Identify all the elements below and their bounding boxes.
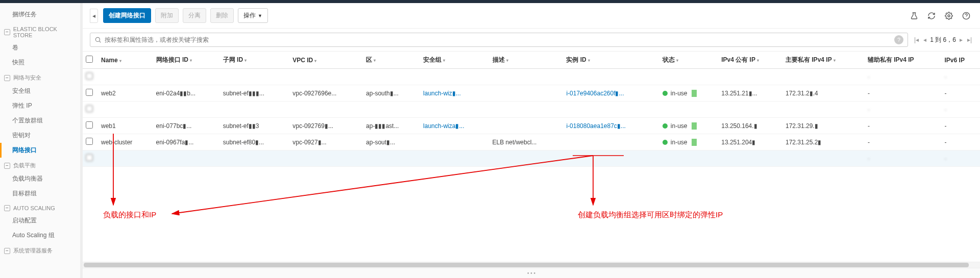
create-eni-button[interactable]: 创建网络接口 bbox=[103, 8, 151, 23]
row-checkbox[interactable] bbox=[86, 121, 93, 129]
collapse-icon: − bbox=[4, 29, 10, 35]
sidebar-item-launch-config[interactable]: 启动配置 bbox=[0, 213, 80, 228]
cell: launch-wiza▮... bbox=[420, 118, 489, 134]
col-instance-id[interactable]: 实例 ID▾ bbox=[563, 52, 659, 69]
table-row[interactable]: -- bbox=[83, 69, 980, 85]
search-input[interactable] bbox=[105, 36, 892, 43]
cell bbox=[659, 150, 718, 167]
col-name[interactable]: Name▾ bbox=[98, 52, 153, 69]
col-subnet-id[interactable]: 子网 ID▾ bbox=[220, 52, 290, 69]
sidebar-item-placement-groups[interactable]: 个置放群组 bbox=[0, 113, 80, 128]
col-zone[interactable]: 区▾ bbox=[363, 52, 420, 69]
status-bar-icon bbox=[692, 139, 697, 146]
actions-dropdown[interactable]: 操作▼ bbox=[238, 8, 268, 23]
col-eni-id[interactable]: 网络接口 ID▾ bbox=[153, 52, 220, 69]
col-ipv6[interactable]: IPv6 IP bbox=[942, 52, 980, 69]
sidebar-collapse-button[interactable]: ◂ bbox=[90, 9, 98, 23]
table-row[interactable]: web-clustereni-0967fa▮...subnet-ef80▮...… bbox=[83, 134, 980, 150]
annotation-left-text: 负载的接口和IP bbox=[103, 210, 156, 220]
col-description[interactable]: 描述▾ bbox=[489, 52, 564, 69]
cell: - bbox=[942, 85, 980, 102]
sg-link[interactable]: launch-wiza▮... bbox=[423, 122, 464, 130]
instance-link[interactable]: i-018080aea1e87c▮... bbox=[566, 122, 625, 130]
search-help-icon[interactable]: ? bbox=[894, 35, 903, 44]
row-checkbox[interactable] bbox=[86, 138, 93, 145]
sidebar-item-target-groups[interactable]: 目标群组 bbox=[0, 186, 80, 201]
cell bbox=[563, 150, 659, 167]
sidebar-group-load-balancing[interactable]: − 负载平衡 bbox=[0, 158, 80, 171]
cell: - bbox=[865, 134, 942, 150]
table-row[interactable]: web2eni-02a4▮▮b...subnet-ef▮▮▮...vpc-092… bbox=[83, 85, 980, 102]
col-ipv4-public[interactable]: IPv4 公有 IP▾ bbox=[718, 52, 782, 69]
detach-button[interactable]: 分离 bbox=[183, 8, 206, 23]
search-icon bbox=[94, 36, 102, 43]
sidebar-group-label: 负载平衡 bbox=[13, 162, 36, 169]
sidebar-group-label: AUTO SCALING bbox=[13, 205, 55, 211]
sidebar-item-auto-scaling-groups[interactable]: Auto Scaling 组 bbox=[0, 228, 80, 243]
cell bbox=[83, 69, 98, 85]
sidebar-group-label: ELASTIC BLOCK STORE bbox=[13, 26, 76, 38]
cell: - bbox=[942, 150, 980, 167]
row-checkbox[interactable] bbox=[86, 89, 93, 96]
sg-link[interactable]: launch-wiz▮... bbox=[423, 90, 461, 97]
col-status[interactable]: 状态▾ bbox=[659, 52, 718, 69]
cell: eni-02a4▮▮b... bbox=[153, 85, 220, 102]
help-icon[interactable] bbox=[960, 9, 973, 22]
sidebar-group-auto-scaling[interactable]: − AUTO SCALING bbox=[0, 201, 80, 213]
cell bbox=[289, 102, 363, 118]
pager-first-icon[interactable]: |◂ bbox=[913, 35, 920, 44]
eni-table: Name▾ 网络接口 ID▾ 子网 ID▾ VPC ID▾ 区▾ 安全组▾ 描述… bbox=[83, 52, 980, 167]
pager-prev-icon[interactable]: ◂ bbox=[922, 35, 927, 44]
instance-link[interactable]: i-017e9406ac260f▮... bbox=[566, 90, 624, 97]
col-ipv4-secondary[interactable]: 辅助私有 IPv4 IP bbox=[865, 52, 942, 69]
sidebar-group-ebs[interactable]: − ELASTIC BLOCK STORE bbox=[0, 22, 80, 40]
sidebar-group-network-security[interactable]: − 网络与安全 bbox=[0, 70, 80, 84]
sidebar-item-network-interfaces[interactable]: 网络接口 bbox=[0, 143, 80, 158]
pager-next-icon[interactable]: ▸ bbox=[959, 35, 964, 44]
sidebar-item-volumes[interactable]: 卷 bbox=[0, 40, 80, 55]
sidebar-item-load-balancers[interactable]: 负载均衡器 bbox=[0, 171, 80, 186]
table-row[interactable]: -- bbox=[83, 102, 980, 118]
cell: 13.250.164.▮ bbox=[718, 118, 782, 134]
attach-button[interactable]: 附加 bbox=[155, 8, 179, 23]
sidebar-item-key-pairs[interactable]: 密钥对 bbox=[0, 128, 80, 143]
cell bbox=[363, 102, 420, 118]
cell bbox=[782, 102, 865, 118]
annotation-right-text: 创建负载均衡组选择可用区时绑定的弹性IP bbox=[578, 210, 723, 220]
cell bbox=[420, 69, 489, 85]
sidebar-item-security-groups[interactable]: 安全组 bbox=[0, 84, 80, 98]
cell: 13.251.21▮... bbox=[718, 85, 782, 102]
row-checkbox[interactable] bbox=[86, 105, 93, 112]
gear-icon[interactable] bbox=[942, 9, 955, 22]
row-checkbox[interactable] bbox=[86, 154, 93, 161]
table-row[interactable]: -- bbox=[83, 150, 980, 167]
cell: web1 bbox=[98, 118, 153, 134]
row-checkbox[interactable] bbox=[86, 72, 93, 80]
sidebar-item-snapshots[interactable]: 快照 bbox=[0, 55, 80, 70]
cell: eni-077bc▮... bbox=[153, 118, 220, 134]
col-ipv4-private[interactable]: 主要私有 IPv4 IP▾ bbox=[782, 52, 865, 69]
cell: ELB net/webcl... bbox=[489, 134, 564, 150]
footer-resize-handle[interactable]: • • • bbox=[83, 268, 980, 278]
col-vpc-id[interactable]: VPC ID▾ bbox=[289, 52, 363, 69]
cell: i-017e9406ac260f▮... bbox=[563, 85, 659, 102]
col-security-group[interactable]: 安全组▾ bbox=[420, 52, 489, 69]
search-box[interactable]: ? bbox=[90, 33, 908, 47]
sidebar: 捆绑任务 − ELASTIC BLOCK STORE 卷 快照 − 网络与安全 … bbox=[0, 3, 81, 278]
sidebar-item-elastic-ips[interactable]: 弹性 IP bbox=[0, 98, 80, 113]
delete-button[interactable]: 删除 bbox=[210, 8, 234, 23]
experiment-icon[interactable] bbox=[908, 9, 921, 22]
horizontal-scrollbar[interactable] bbox=[83, 262, 980, 268]
pager-last-icon[interactable]: ▸| bbox=[966, 35, 973, 44]
table-row[interactable]: web1eni-077bc▮...subnet-ef▮▮3vpc-092769▮… bbox=[83, 118, 980, 134]
cell: vpc-0927696e... bbox=[289, 85, 363, 102]
svg-point-0 bbox=[948, 15, 950, 17]
collapse-icon: − bbox=[4, 248, 10, 254]
sidebar-group-systems-manager[interactable]: − 系统管理器服务 bbox=[0, 243, 80, 257]
select-all-checkbox[interactable] bbox=[86, 56, 93, 63]
sidebar-item-bundle-tasks[interactable]: 捆绑任务 bbox=[0, 7, 80, 22]
cell: launch-wiz▮... bbox=[420, 85, 489, 102]
refresh-icon[interactable] bbox=[925, 9, 938, 22]
main-content: ◂ 创建网络接口 附加 分离 删除 操作▼ ? |◂ ◂ 1 到 bbox=[83, 3, 980, 278]
cell bbox=[782, 150, 865, 167]
